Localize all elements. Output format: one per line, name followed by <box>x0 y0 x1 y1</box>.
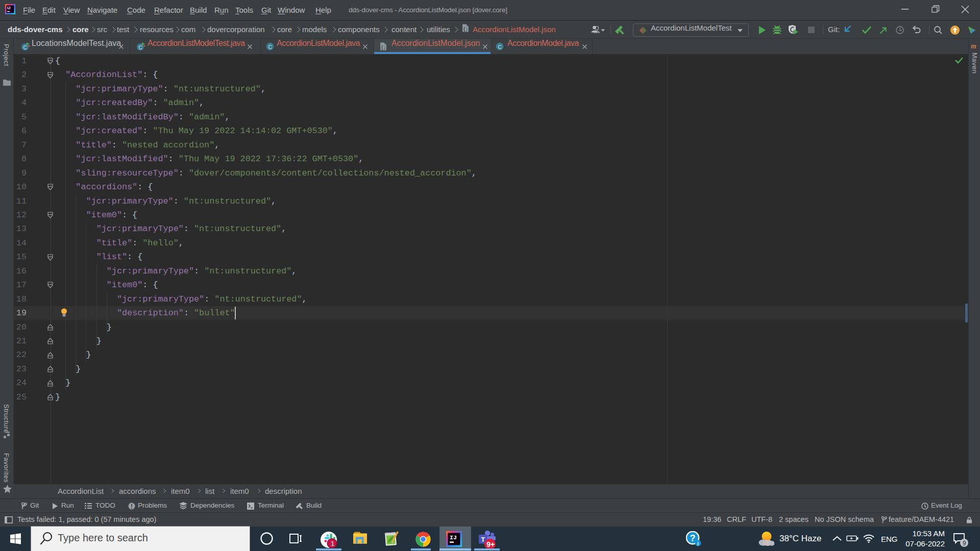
svg-text:C: C <box>23 45 27 51</box>
svg-text:9+: 9+ <box>486 540 495 548</box>
svg-text:IJ: IJ <box>450 534 457 541</box>
svg-text:T: T <box>481 536 485 543</box>
svg-text:IJ: IJ <box>7 6 10 10</box>
svg-text:C: C <box>268 44 272 50</box>
svg-text:C: C <box>139 45 142 51</box>
svg-text:{;}: {;} <box>463 27 470 32</box>
svg-text:C: C <box>498 44 502 50</box>
svg-text:1: 1 <box>331 540 335 547</box>
svg-text:?: ? <box>690 533 696 543</box>
svg-text:i: i <box>697 541 699 546</box>
svg-text:m: m <box>971 42 976 50</box>
svg-text:{;}: {;} <box>381 45 387 51</box>
svg-text:9: 9 <box>963 540 966 547</box>
